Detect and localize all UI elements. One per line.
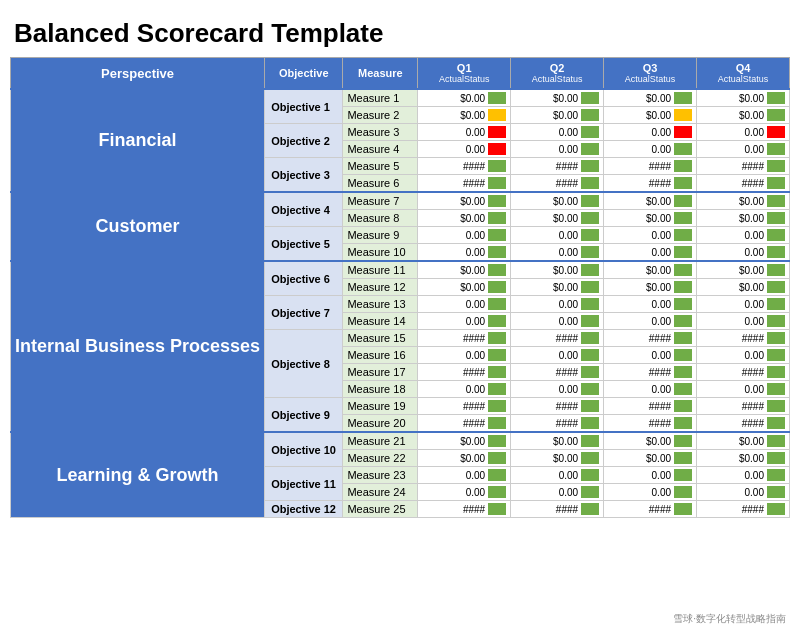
q3-header: Q3 ActualStatus — [604, 58, 697, 90]
perspective-cell: Customer — [11, 192, 265, 261]
q1-value: #### — [418, 415, 511, 433]
q1-value: 0.00 — [418, 484, 511, 501]
objective-cell: Objective 1 — [265, 89, 343, 124]
objective-cell: Objective 4 — [265, 192, 343, 227]
q3-value: 0.00 — [604, 141, 697, 158]
table-row: CustomerObjective 4Measure 7$0.00$0.00$0… — [11, 192, 790, 210]
q1-value: $0.00 — [418, 432, 511, 450]
q3-value: $0.00 — [604, 107, 697, 124]
q2-value: #### — [511, 158, 604, 175]
q4-value: 0.00 — [697, 296, 790, 313]
q3-value: #### — [604, 415, 697, 433]
q3-value: #### — [604, 158, 697, 175]
q3-value: 0.00 — [604, 313, 697, 330]
q2-value: $0.00 — [511, 210, 604, 227]
q3-value: 0.00 — [604, 227, 697, 244]
q3-value: #### — [604, 330, 697, 347]
measure-cell: Measure 8 — [343, 210, 418, 227]
q2-value: #### — [511, 364, 604, 381]
q3-value: $0.00 — [604, 432, 697, 450]
q2-value: 0.00 — [511, 244, 604, 262]
q3-value: $0.00 — [604, 279, 697, 296]
q4-value: #### — [697, 330, 790, 347]
q4-value: 0.00 — [697, 347, 790, 364]
measure-cell: Measure 11 — [343, 261, 418, 279]
q2-value: #### — [511, 175, 604, 193]
q2-value: 0.00 — [511, 296, 604, 313]
q1-value: 0.00 — [418, 347, 511, 364]
measure-cell: Measure 22 — [343, 450, 418, 467]
q3-value: 0.00 — [604, 244, 697, 262]
measure-cell: Measure 3 — [343, 124, 418, 141]
measure-cell: Measure 1 — [343, 89, 418, 107]
measure-cell: Measure 18 — [343, 381, 418, 398]
q4-value: 0.00 — [697, 313, 790, 330]
q2-value: #### — [511, 415, 604, 433]
measure-cell: Measure 16 — [343, 347, 418, 364]
objective-cell: Objective 3 — [265, 158, 343, 193]
q3-value: $0.00 — [604, 210, 697, 227]
measure-cell: Measure 10 — [343, 244, 418, 262]
q1-value: $0.00 — [418, 450, 511, 467]
objective-cell: Objective 11 — [265, 467, 343, 501]
q1-value: #### — [418, 330, 511, 347]
q2-value: #### — [511, 398, 604, 415]
q2-value: $0.00 — [511, 450, 604, 467]
q3-value: 0.00 — [604, 484, 697, 501]
q2-value: 0.00 — [511, 313, 604, 330]
q1-value: #### — [418, 398, 511, 415]
perspective-header: Perspective — [11, 58, 265, 90]
q4-value: #### — [697, 398, 790, 415]
q4-value: 0.00 — [697, 467, 790, 484]
q2-value: $0.00 — [511, 107, 604, 124]
table-row: Internal Business ProcessesObjective 6Me… — [11, 261, 790, 279]
perspective-cell: Financial — [11, 89, 265, 192]
q4-value: 0.00 — [697, 227, 790, 244]
q1-value: 0.00 — [418, 313, 511, 330]
q1-value: #### — [418, 501, 511, 518]
objective-cell: Objective 10 — [265, 432, 343, 467]
q4-value: 0.00 — [697, 141, 790, 158]
q4-header: Q4 ActualStatus — [697, 58, 790, 90]
q2-value: $0.00 — [511, 279, 604, 296]
q4-value: #### — [697, 415, 790, 433]
q4-value: $0.00 — [697, 192, 790, 210]
q4-value: $0.00 — [697, 89, 790, 107]
q4-value: 0.00 — [697, 244, 790, 262]
measure-cell: Measure 2 — [343, 107, 418, 124]
q4-value: #### — [697, 175, 790, 193]
q3-value: $0.00 — [604, 261, 697, 279]
q1-value: #### — [418, 364, 511, 381]
q2-value: $0.00 — [511, 432, 604, 450]
measure-cell: Measure 7 — [343, 192, 418, 210]
q3-value: $0.00 — [604, 192, 697, 210]
measure-cell: Measure 13 — [343, 296, 418, 313]
perspective-cell: Internal Business Processes — [11, 261, 265, 432]
measure-cell: Measure 25 — [343, 501, 418, 518]
q2-value: $0.00 — [511, 261, 604, 279]
q1-value: 0.00 — [418, 296, 511, 313]
q4-value: #### — [697, 364, 790, 381]
q2-value: 0.00 — [511, 227, 604, 244]
q3-value: #### — [604, 398, 697, 415]
q2-value: $0.00 — [511, 89, 604, 107]
q2-value: 0.00 — [511, 347, 604, 364]
measure-cell: Measure 19 — [343, 398, 418, 415]
measure-cell: Measure 20 — [343, 415, 418, 433]
objective-cell: Objective 5 — [265, 227, 343, 262]
q4-value: $0.00 — [697, 261, 790, 279]
q2-value: 0.00 — [511, 124, 604, 141]
q4-value: 0.00 — [697, 484, 790, 501]
measure-cell: Measure 9 — [343, 227, 418, 244]
q4-value: 0.00 — [697, 124, 790, 141]
q3-value: 0.00 — [604, 467, 697, 484]
q1-value: $0.00 — [418, 192, 511, 210]
q1-value: #### — [418, 175, 511, 193]
q1-value: $0.00 — [418, 89, 511, 107]
objective-cell: Objective 6 — [265, 261, 343, 296]
q4-value: $0.00 — [697, 107, 790, 124]
measure-cell: Measure 4 — [343, 141, 418, 158]
q4-value: $0.00 — [697, 279, 790, 296]
q3-value: 0.00 — [604, 296, 697, 313]
q2-value: $0.00 — [511, 192, 604, 210]
